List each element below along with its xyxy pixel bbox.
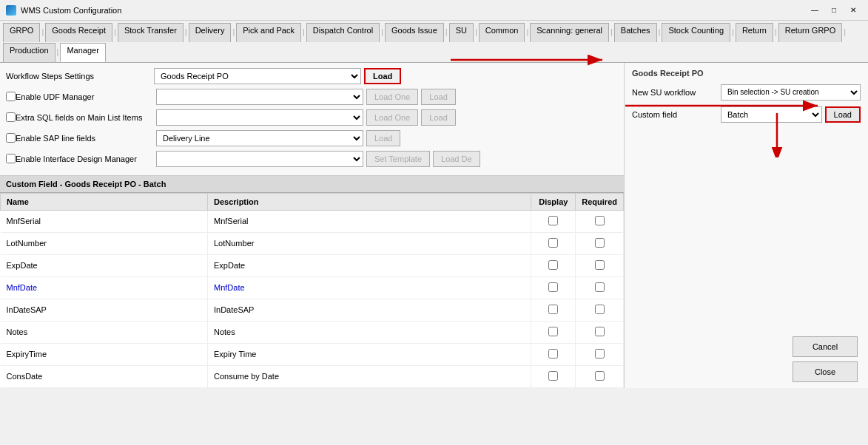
tab-batches[interactable]: Batches bbox=[614, 23, 657, 42]
tab-return-grpo[interactable]: Return GRPO bbox=[778, 23, 842, 42]
tab-stock-transfer[interactable]: Stock Transfer bbox=[118, 23, 184, 42]
display-checkbox[interactable] bbox=[548, 327, 558, 336]
cell-required[interactable] bbox=[576, 210, 624, 232]
tab-stock-counting[interactable]: Stock Counting bbox=[662, 23, 730, 42]
cell-name: MnfSerial bbox=[1, 210, 208, 232]
close-button[interactable]: ✕ bbox=[844, 4, 862, 17]
load-de-button[interactable]: Load De bbox=[433, 151, 480, 167]
cell-description: Notes bbox=[208, 321, 531, 343]
table-row: ExpiryTimeExpiry Time bbox=[1, 343, 624, 365]
cell-required[interactable] bbox=[576, 343, 624, 365]
required-checkbox[interactable] bbox=[595, 327, 605, 336]
sap-line-checkbox[interactable] bbox=[6, 133, 16, 143]
cell-required[interactable] bbox=[576, 276, 624, 299]
tab-dispatch-control[interactable]: Dispatch Control bbox=[306, 23, 380, 42]
load-one-button-2[interactable]: Load One bbox=[366, 109, 418, 126]
right-load-button[interactable]: Load bbox=[825, 106, 861, 123]
required-checkbox[interactable] bbox=[595, 238, 605, 248]
cell-description: MnfSerial bbox=[208, 210, 531, 232]
cell-display[interactable] bbox=[531, 299, 576, 321]
table-container[interactable]: Name Description Display Required MnfSer… bbox=[0, 193, 624, 388]
required-checkbox[interactable] bbox=[595, 305, 605, 314]
tab-return[interactable]: Return bbox=[736, 23, 773, 42]
required-checkbox[interactable] bbox=[595, 282, 605, 292]
app-icon bbox=[6, 5, 16, 16]
required-checkbox[interactable] bbox=[595, 260, 605, 270]
interface-design-label: Enable Interface Design Manager bbox=[16, 154, 156, 163]
col-header-required: Required bbox=[576, 193, 624, 210]
new-su-label: New SU workflow bbox=[632, 88, 721, 97]
enable-udf-checkbox[interactable] bbox=[6, 92, 16, 101]
display-checkbox[interactable] bbox=[548, 305, 558, 314]
cell-description: MnfDate bbox=[208, 276, 531, 299]
table-row: NotesNotes bbox=[1, 321, 624, 343]
cell-display[interactable] bbox=[531, 210, 576, 232]
new-su-combo[interactable]: Bin selection -> SU creation bbox=[721, 84, 861, 101]
tab-goods-issue[interactable]: Goods Issue bbox=[385, 23, 444, 42]
minimize-button[interactable]: — bbox=[806, 4, 824, 17]
side-panel-buttons: Cancel Close bbox=[787, 188, 868, 388]
tab-pick-and-pack[interactable]: Pick and Pack bbox=[236, 23, 301, 42]
workflow-steps-label: Workflow Steps Settings bbox=[6, 72, 154, 81]
display-checkbox[interactable] bbox=[548, 238, 558, 248]
cancel-button[interactable]: Cancel bbox=[793, 336, 858, 357]
enable-udf-combo[interactable] bbox=[156, 89, 363, 105]
maximize-button[interactable]: □ bbox=[825, 4, 843, 17]
tab-grpo[interactable]: GRPO bbox=[3, 23, 40, 42]
custom-field-row: Custom field Batch Load bbox=[632, 106, 861, 123]
set-template-button[interactable]: Set Template bbox=[366, 151, 430, 167]
tab-scanning-general[interactable]: Scanning: general bbox=[530, 23, 609, 42]
col-header-display: Display bbox=[531, 193, 576, 210]
cell-description: InDateSAP bbox=[208, 299, 531, 321]
extra-sql-combo[interactable] bbox=[156, 109, 363, 126]
tab-common[interactable]: Common bbox=[479, 23, 525, 42]
cell-name: InDateSAP bbox=[1, 299, 208, 321]
cell-display[interactable] bbox=[531, 254, 576, 276]
enable-udf-row: Enable UDF Manager Load One Load bbox=[6, 88, 618, 106]
interface-design-checkbox[interactable] bbox=[6, 154, 16, 163]
tabs-bar: GRPO | Goods Receipt | Stock Transfer | … bbox=[0, 21, 868, 63]
load-one-button-1[interactable]: Load One bbox=[366, 89, 418, 105]
tab-production[interactable]: Production bbox=[3, 43, 55, 62]
required-checkbox[interactable] bbox=[595, 216, 605, 225]
table-row: InDateSAPInDateSAP bbox=[1, 299, 624, 321]
display-checkbox[interactable] bbox=[548, 282, 558, 292]
cell-display[interactable] bbox=[531, 365, 576, 387]
load-button-2[interactable]: Load bbox=[421, 109, 455, 126]
cell-required[interactable] bbox=[576, 299, 624, 321]
table-row: LotNumberLotNumber bbox=[1, 232, 624, 254]
display-checkbox[interactable] bbox=[548, 371, 558, 381]
cell-display[interactable] bbox=[531, 276, 576, 299]
cell-required[interactable] bbox=[576, 321, 624, 343]
sap-line-combo[interactable]: Delivery Line bbox=[156, 130, 363, 146]
tab-manager[interactable]: Manager bbox=[60, 43, 105, 62]
workflow-load-button[interactable]: Load bbox=[364, 68, 401, 84]
cell-required[interactable] bbox=[576, 232, 624, 254]
cell-display[interactable] bbox=[531, 343, 576, 365]
tab-goods-receipt[interactable]: Goods Receipt bbox=[45, 23, 112, 42]
required-checkbox[interactable] bbox=[595, 349, 605, 359]
title-bar: WMS Custom Configuration — □ ✕ bbox=[0, 0, 868, 21]
display-checkbox[interactable] bbox=[548, 349, 558, 359]
extra-sql-checkbox[interactable] bbox=[6, 112, 16, 122]
cell-required[interactable] bbox=[576, 365, 624, 387]
table-row: ExpDateExpDate bbox=[1, 254, 624, 276]
interface-design-combo[interactable] bbox=[156, 151, 363, 167]
new-su-row: New SU workflow Bin selection -> SU crea… bbox=[632, 84, 861, 101]
table-row: MnfSerialMnfSerial bbox=[1, 210, 624, 232]
display-checkbox[interactable] bbox=[548, 260, 558, 270]
load-button-1[interactable]: Load bbox=[421, 89, 455, 105]
tab-delivery[interactable]: Delivery bbox=[189, 23, 232, 42]
required-checkbox[interactable] bbox=[595, 371, 605, 381]
cell-description: Expiry Time bbox=[208, 343, 531, 365]
table-row: MnfDateMnfDate bbox=[1, 276, 624, 299]
custom-field-combo[interactable]: Batch bbox=[721, 106, 822, 123]
close-button-bottom[interactable]: Close bbox=[793, 361, 858, 382]
cell-display[interactable] bbox=[531, 321, 576, 343]
load-button-3[interactable]: Load bbox=[366, 130, 400, 146]
tab-su[interactable]: SU bbox=[449, 23, 474, 42]
workflow-steps-combo[interactable]: Goods Receipt PO bbox=[154, 68, 361, 84]
cell-required[interactable] bbox=[576, 254, 624, 276]
cell-display[interactable] bbox=[531, 232, 576, 254]
display-checkbox[interactable] bbox=[548, 216, 558, 225]
